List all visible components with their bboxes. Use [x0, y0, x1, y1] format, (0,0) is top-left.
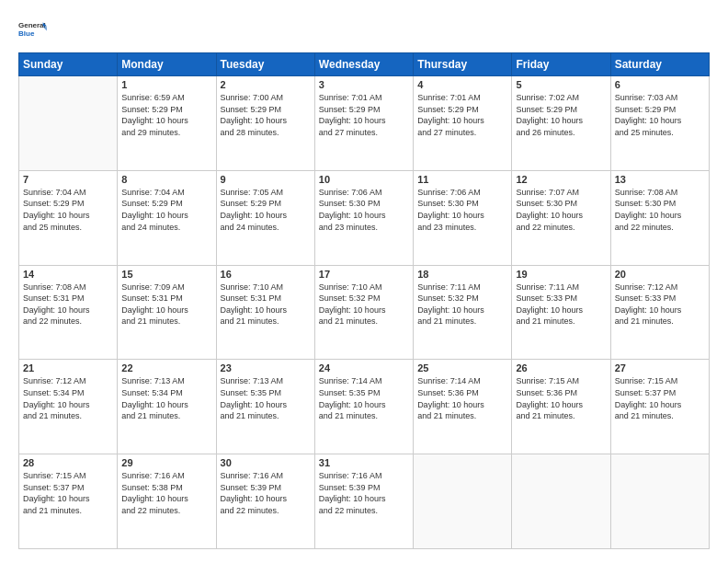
- day-number: 10: [319, 174, 409, 185]
- day-cell: 13Sunrise: 7:08 AMSunset: 5:30 PMDayligh…: [610, 170, 709, 265]
- week-row-3: 21Sunrise: 7:12 AMSunset: 5:34 PMDayligh…: [19, 360, 710, 454]
- day-number: 17: [319, 269, 409, 280]
- week-row-0: 1Sunrise: 6:59 AMSunset: 5:29 PMDaylight…: [19, 76, 710, 171]
- day-cell: 2Sunrise: 7:00 AMSunset: 5:29 PMDaylight…: [216, 76, 314, 171]
- day-info: Sunrise: 7:08 AMSunset: 5:30 PMDaylight:…: [615, 187, 705, 233]
- day-info: Sunrise: 7:14 AMSunset: 5:36 PMDaylight:…: [417, 375, 507, 421]
- day-cell: 28Sunrise: 7:15 AMSunset: 5:37 PMDayligh…: [19, 454, 118, 549]
- day-number: 9: [221, 174, 311, 185]
- day-info: Sunrise: 7:01 AMSunset: 5:29 PMDaylight:…: [417, 92, 507, 138]
- day-cell: 10Sunrise: 7:06 AMSunset: 5:30 PMDayligh…: [314, 170, 413, 265]
- week-row-2: 14Sunrise: 7:08 AMSunset: 5:31 PMDayligh…: [19, 265, 710, 360]
- day-cell: 5Sunrise: 7:02 AMSunset: 5:29 PMDaylight…: [512, 76, 610, 171]
- header-sunday: Sunday: [19, 53, 118, 76]
- day-info: Sunrise: 7:14 AMSunset: 5:35 PMDaylight:…: [319, 375, 409, 421]
- day-cell: 6Sunrise: 7:03 AMSunset: 5:29 PMDaylight…: [610, 76, 709, 171]
- day-cell: 22Sunrise: 7:13 AMSunset: 5:34 PMDayligh…: [118, 360, 216, 454]
- day-info: Sunrise: 7:09 AMSunset: 5:31 PMDaylight:…: [121, 282, 211, 327]
- day-cell: 21Sunrise: 7:12 AMSunset: 5:34 PMDayligh…: [19, 360, 118, 454]
- day-cell: 15Sunrise: 7:09 AMSunset: 5:31 PMDayligh…: [118, 265, 216, 360]
- header-saturday: Saturday: [610, 53, 709, 76]
- header-friday: Friday: [512, 53, 610, 76]
- day-info: Sunrise: 7:12 AMSunset: 5:34 PMDaylight:…: [23, 375, 113, 421]
- page: General Blue SundayMondayTuesdayWednesda…: [0, 0, 728, 563]
- day-info: Sunrise: 7:12 AMSunset: 5:33 PMDaylight:…: [615, 282, 705, 327]
- day-info: Sunrise: 7:16 AMSunset: 5:39 PMDaylight:…: [319, 470, 409, 516]
- day-number: 25: [417, 362, 507, 373]
- day-cell: 16Sunrise: 7:10 AMSunset: 5:31 PMDayligh…: [216, 265, 314, 360]
- day-number: 1: [121, 79, 211, 90]
- day-info: Sunrise: 7:05 AMSunset: 5:29 PMDaylight:…: [221, 187, 311, 233]
- svg-text:Blue: Blue: [18, 29, 35, 38]
- day-info: Sunrise: 7:10 AMSunset: 5:32 PMDaylight:…: [319, 282, 409, 327]
- day-info: Sunrise: 7:06 AMSunset: 5:30 PMDaylight:…: [417, 187, 507, 233]
- day-cell: 9Sunrise: 7:05 AMSunset: 5:29 PMDaylight…: [216, 170, 314, 265]
- day-number: 3: [319, 79, 409, 90]
- day-number: 26: [516, 362, 606, 373]
- day-cell: 14Sunrise: 7:08 AMSunset: 5:31 PMDayligh…: [19, 265, 118, 360]
- day-cell: 8Sunrise: 7:04 AMSunset: 5:29 PMDaylight…: [118, 170, 216, 265]
- day-cell: 31Sunrise: 7:16 AMSunset: 5:39 PMDayligh…: [314, 454, 413, 549]
- day-number: 8: [121, 174, 211, 185]
- day-info: Sunrise: 7:00 AMSunset: 5:29 PMDaylight:…: [221, 92, 311, 138]
- day-info: Sunrise: 7:04 AMSunset: 5:29 PMDaylight:…: [121, 187, 211, 233]
- day-info: Sunrise: 7:15 AMSunset: 5:37 PMDaylight:…: [615, 375, 705, 421]
- day-number: 2: [221, 79, 311, 90]
- day-number: 31: [319, 457, 409, 468]
- day-info: Sunrise: 7:11 AMSunset: 5:33 PMDaylight:…: [516, 282, 606, 327]
- day-cell: 17Sunrise: 7:10 AMSunset: 5:32 PMDayligh…: [314, 265, 413, 360]
- day-cell: [512, 454, 610, 549]
- day-number: 14: [23, 269, 113, 280]
- day-info: Sunrise: 6:59 AMSunset: 5:29 PMDaylight:…: [121, 92, 211, 138]
- day-info: Sunrise: 7:08 AMSunset: 5:31 PMDaylight:…: [23, 282, 113, 327]
- day-number: 18: [417, 269, 507, 280]
- svg-text:General: General: [18, 21, 46, 29]
- day-cell: 25Sunrise: 7:14 AMSunset: 5:36 PMDayligh…: [414, 360, 512, 454]
- day-cell: [414, 454, 512, 549]
- day-number: 19: [516, 269, 606, 280]
- day-info: Sunrise: 7:03 AMSunset: 5:29 PMDaylight:…: [615, 92, 705, 138]
- day-cell: [610, 454, 709, 549]
- day-info: Sunrise: 7:02 AMSunset: 5:29 PMDaylight:…: [516, 92, 606, 138]
- day-info: Sunrise: 7:15 AMSunset: 5:36 PMDaylight:…: [516, 375, 606, 421]
- day-info: Sunrise: 7:13 AMSunset: 5:35 PMDaylight:…: [221, 375, 311, 421]
- day-cell: 30Sunrise: 7:16 AMSunset: 5:39 PMDayligh…: [216, 454, 314, 549]
- day-number: 5: [516, 79, 606, 90]
- day-number: 28: [23, 457, 113, 468]
- day-info: Sunrise: 7:15 AMSunset: 5:37 PMDaylight:…: [23, 470, 113, 516]
- day-cell: 27Sunrise: 7:15 AMSunset: 5:37 PMDayligh…: [610, 360, 709, 454]
- day-number: 13: [615, 174, 705, 185]
- day-number: 15: [121, 269, 211, 280]
- day-info: Sunrise: 7:07 AMSunset: 5:30 PMDaylight:…: [516, 187, 606, 233]
- day-number: 7: [23, 174, 113, 185]
- day-cell: 29Sunrise: 7:16 AMSunset: 5:38 PMDayligh…: [118, 454, 216, 549]
- day-number: 11: [417, 174, 507, 185]
- day-cell: 20Sunrise: 7:12 AMSunset: 5:33 PMDayligh…: [610, 265, 709, 360]
- header-tuesday: Tuesday: [216, 53, 314, 76]
- day-number: 24: [319, 362, 409, 373]
- calendar-header-row: SundayMondayTuesdayWednesdayThursdayFrid…: [19, 53, 710, 76]
- day-cell: 4Sunrise: 7:01 AMSunset: 5:29 PMDaylight…: [414, 76, 512, 171]
- day-cell: 24Sunrise: 7:14 AMSunset: 5:35 PMDayligh…: [314, 360, 413, 454]
- logo: General Blue: [18, 14, 48, 43]
- day-number: 16: [221, 269, 311, 280]
- week-row-4: 28Sunrise: 7:15 AMSunset: 5:37 PMDayligh…: [19, 454, 710, 549]
- header-thursday: Thursday: [414, 53, 512, 76]
- calendar-table: SundayMondayTuesdayWednesdayThursdayFrid…: [18, 52, 710, 549]
- day-cell: 1Sunrise: 6:59 AMSunset: 5:29 PMDaylight…: [118, 76, 216, 171]
- day-info: Sunrise: 7:16 AMSunset: 5:39 PMDaylight:…: [221, 470, 311, 516]
- day-cell: 12Sunrise: 7:07 AMSunset: 5:30 PMDayligh…: [512, 170, 610, 265]
- day-number: 30: [221, 457, 311, 468]
- day-cell: 26Sunrise: 7:15 AMSunset: 5:36 PMDayligh…: [512, 360, 610, 454]
- day-cell: 18Sunrise: 7:11 AMSunset: 5:32 PMDayligh…: [414, 265, 512, 360]
- week-row-1: 7Sunrise: 7:04 AMSunset: 5:29 PMDaylight…: [19, 170, 710, 265]
- day-cell: [19, 76, 118, 171]
- day-number: 20: [615, 269, 705, 280]
- day-number: 4: [417, 79, 507, 90]
- day-cell: 19Sunrise: 7:11 AMSunset: 5:33 PMDayligh…: [512, 265, 610, 360]
- day-number: 21: [23, 362, 113, 373]
- day-number: 29: [121, 457, 211, 468]
- day-info: Sunrise: 7:04 AMSunset: 5:29 PMDaylight:…: [23, 187, 113, 233]
- logo-svg: General Blue: [18, 14, 48, 43]
- day-cell: 3Sunrise: 7:01 AMSunset: 5:29 PMDaylight…: [314, 76, 413, 171]
